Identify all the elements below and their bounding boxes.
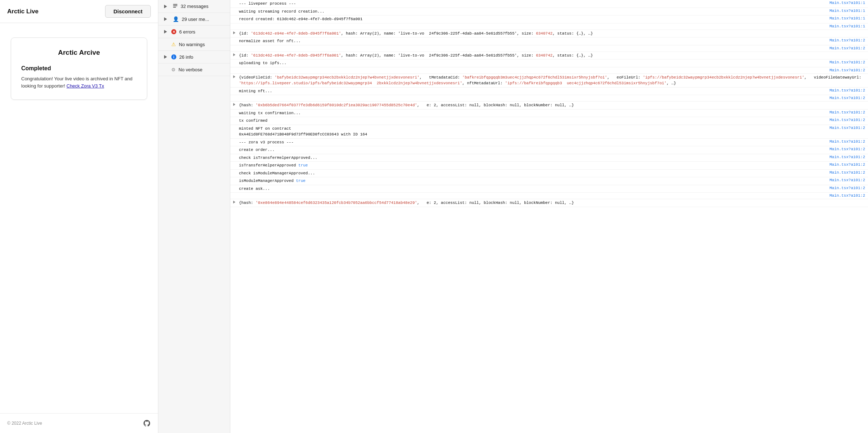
log-line: create ask...Main.tsx?a101:2 — [230, 185, 868, 193]
log-expand-arrow — [233, 170, 238, 171]
log-content: waiting tx confirmation... — [239, 110, 827, 116]
log-source: Main.tsx?a101:2 — [829, 147, 865, 151]
log-expand-arrow[interactable] — [233, 200, 238, 205]
log-content: {hash: '0xe864e894e448584cef6d6323435a12… — [239, 200, 865, 206]
log-line: uploading to ipfs...Main.tsx?a101:2 — [230, 59, 868, 67]
log-expand-arrow — [233, 162, 238, 163]
log-content: minting nft... — [239, 88, 827, 94]
list-icon — [163, 4, 168, 9]
log-source: Main.tsx?a101:2 — [829, 162, 865, 167]
expand-icon[interactable] — [233, 201, 235, 204]
check-zora-link[interactable]: Check Zora V3 Tx — [67, 83, 104, 89]
svg-rect-2 — [173, 7, 176, 8]
log-content: isTransferHelperApproved true — [239, 162, 827, 169]
log-source: Main.tsx?a101:2 — [829, 110, 865, 115]
disconnect-button[interactable]: Disconnect — [105, 5, 151, 18]
log-content: normalize asset for nft... — [239, 38, 827, 44]
log-source: Main.tsx?a101:2 — [829, 88, 865, 93]
log-expand-arrow — [233, 60, 238, 61]
devtools-verbose[interactable]: ⚙ No verbose — [158, 63, 230, 76]
log-source: Main.tsx?a101:2 — [829, 186, 865, 190]
info-icon: i — [171, 54, 176, 59]
log-line: waiting tx confirmation...Main.tsx?a101:… — [230, 110, 868, 117]
log-content: isModuleManagerApproved true — [239, 178, 827, 184]
log-expand-arrow[interactable] — [233, 75, 238, 79]
expand-icon[interactable] — [233, 103, 235, 106]
left-panel: Arctic Live Disconnect Arctic Arcive Com… — [0, 0, 158, 433]
warning-icon: ⚠ — [171, 41, 176, 47]
messages-label: 32 messages — [181, 4, 208, 9]
log-content: minted NFT on contract 0xA4E1d8FE768d471… — [239, 126, 827, 138]
log-line: {id: '613dc462-e94e-4fe7-8deb-d945f7f6a0… — [230, 30, 868, 38]
log-line: record created: 613dc462-e94e-4fe7-8deb-… — [230, 15, 868, 23]
log-highlight: true — [296, 179, 305, 183]
devtools-user-messages[interactable]: 👤 29 user me... — [158, 13, 230, 26]
devtools-warnings[interactable]: ⚠ No warnings — [158, 38, 230, 51]
warning-empty-icon — [163, 41, 168, 47]
log-expand-arrow[interactable] — [233, 31, 238, 35]
log-line: check isTransferHelperApproved...Main.ts… — [230, 154, 868, 162]
log-content: uploading to ipfs... — [239, 60, 827, 66]
log-content: --- zora v3 process --- — [239, 139, 827, 146]
log-expand-arrow — [233, 186, 238, 186]
log-expand-arrow — [233, 88, 238, 89]
console-panel: --- livepeer process ---Main.tsx?a101:1w… — [230, 0, 868, 433]
archive-card: Arctic Arcive Completed Congratulation! … — [11, 37, 147, 100]
footer-copyright: © 2022 Arctic Live — [7, 421, 42, 426]
log-line: --- zora v3 process ---Main.tsx?a101:2 — [230, 139, 868, 147]
log-source: Main.tsx?a101:1 — [829, 24, 865, 28]
log-line: tx confirmedMain.tsx?a101:2 — [230, 117, 868, 125]
log-content: {hash: '0xb6b5ded7664f0377fe3db6d6159f80… — [239, 102, 865, 108]
expand-icon[interactable] — [233, 31, 235, 34]
log-source: Main.tsx?a101:2 — [829, 60, 865, 64]
devtools-messages[interactable]: 32 messages — [158, 0, 230, 13]
svg-rect-0 — [173, 4, 177, 5]
left-footer: © 2022 Arctic Live — [0, 413, 158, 433]
log-content: create ask... — [239, 186, 827, 192]
log-line: {hash: '0xe864e894e448584cef6d6323435a12… — [230, 199, 868, 207]
log-line: Main.tsx?a101:2 — [230, 45, 868, 52]
log-expand-arrow — [233, 16, 238, 17]
log-expand-arrow — [233, 24, 238, 24]
app-header: Arctic Live Disconnect — [0, 0, 158, 23]
github-icon[interactable] — [143, 419, 151, 427]
log-content: waiting streaming record creation... — [239, 9, 827, 15]
log-expand-arrow[interactable] — [233, 102, 238, 107]
errors-label: 6 errors — [179, 29, 195, 35]
verbose-empty-icon — [163, 67, 168, 72]
messages-icon2 — [173, 3, 178, 9]
log-content: {videoFileCid: 'bafybeidc32waypmgrp34ecb… — [239, 75, 865, 86]
log-content: {id: '613dc462-e94e-4fe7-8deb-d945f7f6a0… — [239, 31, 865, 37]
status-label: Completed — [21, 65, 137, 72]
log-line: check isModuleManagerApproved...Main.tsx… — [230, 170, 868, 178]
log-line: isModuleManagerApproved trueMain.tsx?a10… — [230, 177, 868, 185]
expand-icon[interactable] — [233, 53, 235, 56]
log-source: Main.tsx?a101:2 — [829, 193, 865, 198]
log-expand-arrow[interactable] — [233, 53, 238, 57]
card-title: Arctic Arcive — [21, 49, 137, 57]
log-line: {id: '613dc462-e94e-4fe7-8deb-d945f7f6a0… — [230, 52, 868, 60]
log-expand-arrow — [233, 38, 238, 39]
log-line: minted NFT on contract 0xA4E1d8FE768d471… — [230, 125, 868, 139]
person-icon: 👤 — [173, 16, 179, 22]
app-title: Arctic Live — [7, 8, 39, 15]
log-expand-arrow — [233, 178, 238, 178]
log-expand-arrow — [233, 118, 238, 118]
log-content: record created: 613dc462-e94e-4fe7-8deb-… — [239, 16, 827, 22]
log-content: {id: '613dc462-e94e-4fe7-8deb-d945f7f6a0… — [239, 53, 865, 59]
log-source: Main.tsx?a101:1 — [829, 9, 865, 13]
log-source: Main.tsx?a101:2 — [829, 46, 865, 50]
log-content: check isModuleManagerApproved... — [239, 170, 827, 177]
info-triangle-icon — [163, 54, 168, 60]
log-highlight: true — [298, 163, 308, 168]
log-line: Main.tsx?a101:1 — [230, 23, 868, 30]
left-content: Arctic Arcive Completed Congratulation! … — [0, 23, 158, 413]
devtools-errors[interactable]: ✕ 6 errors — [158, 26, 230, 38]
log-source: Main.tsx?a101:2 — [829, 139, 865, 144]
expand-icon[interactable] — [233, 75, 235, 78]
log-line: {hash: '0xb6b5ded7664f0377fe3db6d6159f80… — [230, 102, 868, 110]
log-line: isTransferHelperApproved trueMain.tsx?a1… — [230, 162, 868, 170]
devtools-info[interactable]: i 26 info — [158, 51, 230, 63]
log-source: Main.tsx?a101:2 — [829, 118, 865, 122]
log-source: Main.tsx?a101:1 — [829, 16, 865, 21]
